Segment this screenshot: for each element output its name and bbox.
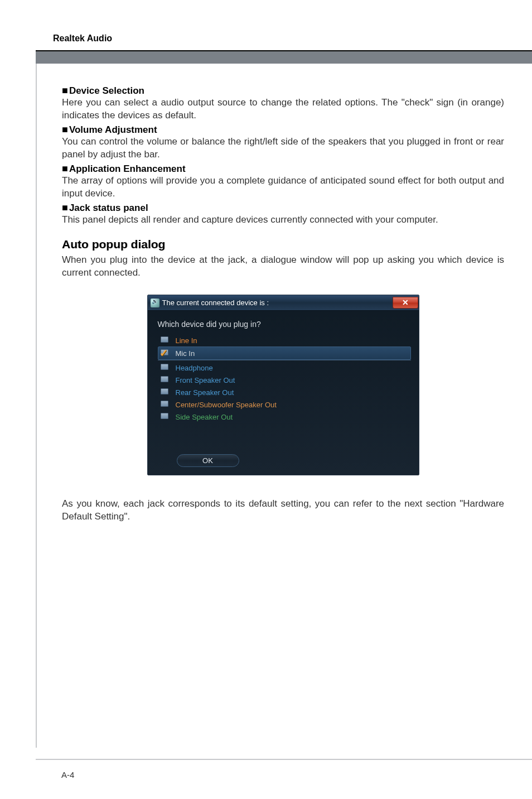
unchecked-icon	[160, 399, 170, 410]
jack-status-heading: ■Jack status panel	[62, 202, 504, 214]
device-option[interactable]: Line In	[160, 334, 409, 346]
device-selection-body: Here you can select a audio output sourc…	[62, 97, 504, 122]
auto-popup-intro: When you plug into the device at the jac…	[62, 254, 504, 280]
device-label: Mic In	[176, 349, 195, 358]
dialog-screenshot: The current connected device is : ✕ Whic…	[147, 295, 419, 475]
footer-divider	[36, 759, 532, 760]
device-option[interactable]: Center/Subwoofer Speaker Out	[160, 398, 409, 411]
device-label: Line In	[176, 336, 197, 345]
dialog-titlebar: The current connected device is : ✕	[148, 295, 419, 311]
auto-popup-outro: As you know, each jack corresponds to it…	[62, 498, 504, 523]
device-option[interactable]: Rear Speaker Out	[160, 386, 409, 398]
device-option[interactable]: Headphone	[160, 362, 409, 374]
header-gray-bar	[36, 51, 532, 64]
page-number: A-4	[61, 770, 74, 779]
device-label: Center/Subwoofer Speaker Out	[176, 401, 277, 409]
unchecked-icon	[160, 412, 170, 422]
device-label: Rear Speaker Out	[176, 388, 234, 397]
device-label: Side Speaker Out	[176, 413, 233, 421]
bullet-icon: ■	[62, 202, 68, 213]
unchecked-icon	[160, 387, 170, 397]
device-spacer	[148, 423, 419, 450]
content-frame: ■Device Selection Here you can select a …	[36, 64, 532, 748]
bullet-icon: ■	[62, 124, 68, 135]
speaker-icon	[151, 299, 159, 307]
page-header: Realtek Audio	[53, 33, 532, 44]
unchecked-icon	[160, 335, 170, 345]
device-label: Headphone	[176, 364, 213, 372]
device-option[interactable]: Front Speaker Out	[160, 374, 409, 386]
check-icon: ✓	[160, 348, 170, 358]
bullet-icon: ■	[62, 163, 68, 174]
application-enhancement-body: The array of options will provide you a …	[62, 175, 504, 200]
device-dialog: The current connected device is : ✕ Whic…	[147, 295, 419, 475]
device-option[interactable]: ✓Mic In	[158, 346, 411, 360]
device-list: Line In✓Mic InHeadphoneFront Speaker Out…	[160, 334, 409, 423]
unchecked-icon	[160, 375, 170, 385]
close-button[interactable]: ✕	[393, 297, 418, 309]
bullet-icon: ■	[62, 85, 68, 96]
dialog-title: The current connected device is :	[162, 299, 393, 307]
device-selection-heading: ■Device Selection	[62, 85, 504, 97]
volume-adjustment-heading: ■Volume Adjustment	[62, 124, 504, 136]
auto-popup-heading: Auto popup dialog	[62, 238, 504, 251]
dialog-button-row: OK	[148, 450, 419, 475]
dialog-prompt: Which device did you plug in?	[148, 311, 419, 334]
device-label: Front Speaker Out	[176, 376, 235, 384]
unchecked-icon	[160, 363, 170, 373]
ok-button[interactable]: OK	[177, 454, 239, 467]
jack-status-body: This panel depicts all render and captur…	[62, 214, 504, 227]
application-enhancement-heading: ■Application Enhancement	[62, 163, 504, 175]
volume-adjustment-body: You can control the volume or balance th…	[62, 136, 504, 161]
device-option[interactable]: Side Speaker Out	[160, 411, 409, 423]
